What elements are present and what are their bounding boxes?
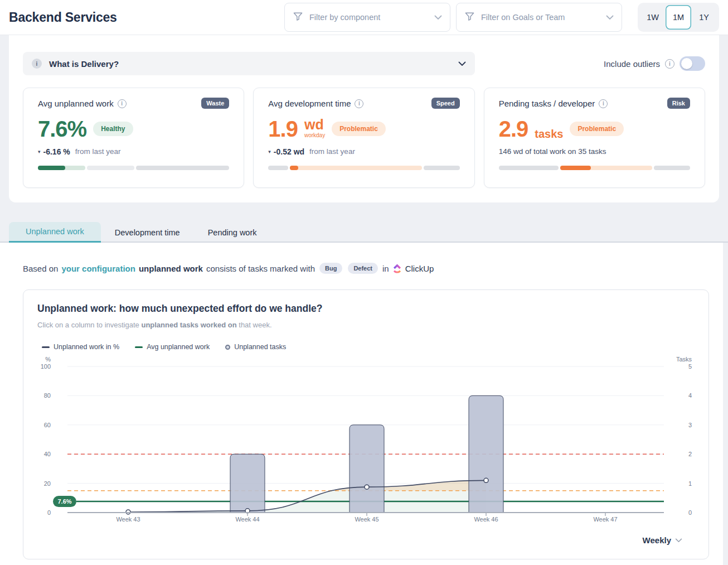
config-connector: in (382, 264, 389, 273)
bar-week-44[interactable] (230, 454, 265, 513)
svg-text:40: 40 (44, 451, 51, 457)
goals-team-filter-select[interactable]: Filter on Goals or Team (456, 3, 622, 32)
y-axis-right-labels: Tasks012345 (676, 356, 692, 516)
toggle-knob (681, 58, 692, 69)
page-title: Backend Services (9, 10, 117, 25)
unplanned-work-chart: 7.6%Week 43Week 44Week 45Week 46Week 47%… (37, 354, 695, 527)
line-marker (365, 485, 369, 489)
chevron-down-icon (434, 12, 442, 22)
delta-suffix: from last year (309, 147, 355, 156)
chevron-down-icon (606, 12, 614, 22)
metric-unit: wd (304, 118, 325, 132)
tab-pending-work[interactable]: Pending work (194, 222, 271, 243)
include-outliers-label: Include outliers (604, 59, 660, 69)
progress-segment (290, 166, 422, 170)
category-badge: Speed (431, 98, 460, 109)
component-filter-select[interactable]: Filter by component (284, 3, 450, 32)
svg-text:Week 46: Week 46 (474, 516, 498, 523)
legend-avg-unplanned-work[interactable]: Avg unplanned work (135, 343, 210, 351)
range-1w-button[interactable]: 1W (640, 5, 666, 30)
svg-text:2: 2 (688, 451, 692, 457)
progress-segment (87, 166, 134, 170)
progress-fill (38, 166, 65, 170)
svg-text:80: 80 (44, 392, 51, 399)
card-title: Pending tasks / developer (499, 99, 595, 108)
progress-fill (560, 166, 591, 170)
progress-bar (268, 166, 459, 170)
svg-text:4: 4 (688, 392, 692, 399)
svg-text:Week 43: Week 43 (116, 516, 140, 523)
config-prefix: Based on (23, 264, 58, 273)
line-marker (126, 510, 130, 514)
tag-defect: Defect (348, 263, 378, 274)
time-range-group: 1W 1M 1Y (638, 3, 719, 32)
metric-card-pending-tasks: Pending tasks / developer i Risk 2.9 tas… (484, 88, 705, 188)
info-icon[interactable]: i (355, 99, 363, 108)
chevron-down-icon (675, 535, 682, 545)
component-filter-placeholder: Filter by component (309, 13, 428, 22)
legend-label: Unplanned tasks (234, 343, 286, 351)
x-axis-labels: Week 43Week 44Week 45Week 46Week 47 (116, 513, 617, 523)
delta-value: -0.52 wd (274, 147, 304, 156)
funnel-icon (464, 11, 475, 24)
range-1m-button[interactable]: 1M (666, 5, 691, 30)
svg-text:60: 60 (44, 422, 51, 428)
line-swatch-icon (135, 346, 143, 348)
legend-unplanned-work-pct[interactable]: Unplanned work in % (42, 343, 119, 351)
status-badge: Healthy (93, 122, 133, 136)
svg-text:100: 100 (41, 363, 51, 370)
tab-unplanned-work[interactable]: Unplanned work (9, 222, 101, 243)
chevron-down-icon (458, 59, 466, 69)
svg-text:Week 47: Week 47 (593, 516, 617, 523)
configuration-sentence: Based on your configuration unplanned wo… (0, 243, 723, 274)
info-icon[interactable]: i (665, 59, 674, 69)
svg-text:20: 20 (44, 480, 51, 487)
tab-development-time[interactable]: Development time (101, 222, 194, 243)
top-header: Backend Services Filter by component Fil… (0, 0, 728, 35)
progress-segment (38, 166, 85, 170)
card-title: Avg unplanned work (38, 99, 114, 108)
svg-text:3: 3 (688, 422, 692, 428)
range-1y-button[interactable]: 1Y (691, 5, 717, 30)
legend-label: Avg unplanned work (147, 343, 210, 351)
legend-unplanned-tasks[interactable]: Unplanned tasks (225, 343, 286, 351)
subtitle-bold: unplanned tasks worked on (141, 321, 236, 329)
granularity-select[interactable]: Weekly (37, 535, 695, 545)
metric-card-development-time: Avg development time i Speed 1.9 wd work… (253, 88, 474, 188)
category-badge: Risk (667, 98, 690, 109)
bar-week-45[interactable] (350, 425, 384, 513)
goals-team-filter-placeholder: Filter on Goals or Team (481, 13, 600, 22)
metric-tabs: Unplanned work Development time Pending … (0, 222, 728, 243)
svg-text:1: 1 (688, 480, 692, 487)
average-label-text: 7.6% (57, 498, 71, 505)
subtitle-prefix: Click on a column to investigate (37, 321, 139, 329)
line-marker (484, 478, 488, 482)
category-badge: Waste (201, 98, 229, 109)
info-icon[interactable]: i (118, 99, 127, 108)
svg-text:0: 0 (688, 509, 692, 516)
include-outliers-toggle[interactable] (680, 56, 705, 71)
delta-suffix: from last year (75, 147, 121, 156)
svg-text:0: 0 (47, 509, 51, 516)
granularity-value: Weekly (643, 535, 671, 545)
circle-swatch-icon (225, 345, 230, 350)
svg-text:Week 45: Week 45 (355, 516, 378, 523)
progress-segment (560, 166, 652, 170)
trend-down-icon: ▾ (38, 149, 41, 154)
metric-unit-sub: workday (304, 133, 325, 138)
your-configuration-link[interactable]: your configuration (61, 264, 135, 273)
info-icon[interactable]: i (599, 99, 608, 108)
chart-title: Unplanned work: how much unexpected effo… (37, 303, 695, 315)
tag-bug: Bug (319, 263, 342, 274)
info-icon[interactable]: i (32, 59, 42, 69)
chart-subtitle: Click on a column to investigate unplann… (37, 321, 695, 329)
what-is-delivery-accordion[interactable]: i What is Delivery? (23, 52, 475, 75)
bar-week-46[interactable] (469, 395, 503, 513)
legend-label: Unplanned work in % (54, 343, 119, 351)
y-axis-left-labels: %020406080100 (41, 356, 51, 516)
svg-text:Tasks: Tasks (676, 356, 692, 363)
metric-value: 2.9 (499, 118, 528, 140)
metric-value: 1.9 (268, 118, 298, 140)
line-swatch-icon (42, 346, 50, 348)
status-badge: Problematic (332, 122, 386, 136)
